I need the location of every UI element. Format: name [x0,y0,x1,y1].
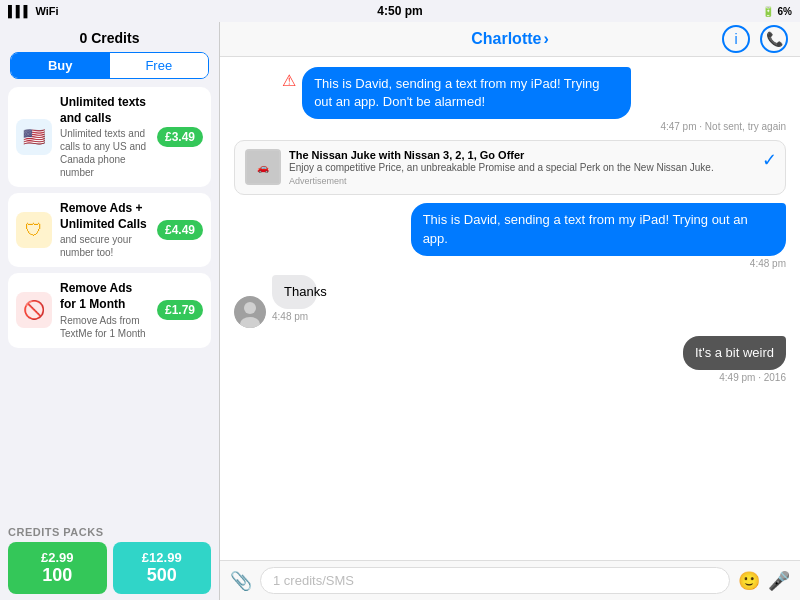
product-info-remove-ads-month: Remove Ads for 1 Month Remove Ads from T… [60,281,149,339]
pack-credits-299: 100 [14,565,101,586]
product-item-remove-ads-month[interactable]: 🚫 Remove Ads for 1 Month Remove Ads from… [8,273,211,347]
product-price-remove-ads-month: £1.79 [157,300,203,320]
product-title-remove-ads-month: Remove Ads for 1 Month [60,281,149,312]
bubble-incoming-thanks: Thanks [272,275,317,309]
product-icon-shield: 🛡 [16,212,52,248]
tab-buy[interactable]: Buy [11,53,110,78]
status-left: ▌▌▌ WiFi [8,5,59,17]
bubble-outgoing-dark: It's a bit weird [683,336,786,370]
header-icons: i 📞 [722,25,788,53]
ad-thumbnail: 🚗 [245,149,281,185]
ad-title: The Nissan Juke with Nissan 3, 2, 1, Go … [289,149,775,161]
main-layout: 0 Credits Buy Free 🇺🇸 Unlimited texts an… [0,22,800,600]
incoming-thanks-row: Thanks 4:48 pm [234,275,786,328]
outgoing-message-2: This is David, sending a text from my iP… [234,203,786,268]
mic-icon[interactable]: 🎤 [768,570,790,592]
ad-card-nissan[interactable]: 🚗 The Nissan Juke with Nissan 3, 2, 1, G… [234,140,786,195]
credits-header: 0 Credits [0,22,219,52]
credits-packs-label: CREDITS PACKS [0,522,219,542]
message-text-2: This is David, sending a text from my iP… [423,212,748,245]
product-desc-remove-ads-calls: and secure your number too! [60,233,149,259]
status-bar: ▌▌▌ WiFi 4:50 pm 🔋 6% [0,0,800,22]
product-icon-no: 🚫 [16,292,52,328]
product-desc-remove-ads-month: Remove Ads from TextMe for 1 Month [60,314,149,340]
message-text-4: It's a bit weird [695,345,774,360]
ad-action: ✓ [762,149,777,171]
product-icon-flag: 🇺🇸 [16,119,52,155]
chat-contact-name: Charlotte [471,30,541,48]
message-text-1: This is David, sending a text from my iP… [314,76,599,109]
ad-check-icon: ✓ [762,150,777,170]
pack-price-299: £2.99 [14,550,101,565]
contact-avatar [234,296,266,328]
attach-icon[interactable]: 📎 [230,570,252,592]
pack-item-299[interactable]: £2.99 100 [8,542,107,594]
product-desc-unlimited-texts: Unlimited texts and calls to any US and … [60,127,149,179]
product-item-remove-ads-calls[interactable]: 🛡 Remove Ads + Unlimited Calls and secur… [8,193,211,267]
ad-label: Advertisement [289,176,775,186]
svg-text:🚗: 🚗 [257,162,270,175]
messages-area[interactable]: ⚠ This is David, sending a text from my … [220,57,800,560]
phone-icon: 📞 [766,31,783,47]
incoming-thanks-wrapper: Thanks 4:48 pm [272,275,339,322]
info-icon: i [734,31,737,47]
error-icon: ⚠ [282,71,296,90]
info-icon-circle[interactable]: i [722,25,750,53]
packs-grid: £2.99 100 £12.99 500 [0,542,219,600]
product-price-remove-ads-calls: £4.49 [157,220,203,240]
product-info-unlimited-texts: Unlimited texts and calls Unlimited text… [60,95,149,179]
pack-item-1299[interactable]: £12.99 500 [113,542,212,594]
pack-price-1299: £12.99 [119,550,206,565]
svg-point-3 [244,302,256,314]
product-title-remove-ads-calls: Remove Ads + Unlimited Calls [60,201,149,232]
ad-content: The Nissan Juke with Nissan 3, 2, 1, Go … [289,149,775,186]
product-price-unlimited-texts: £3.49 [157,127,203,147]
chat-chevron: › [543,30,548,48]
battery-percent: 6% [778,6,792,17]
call-icon-circle[interactable]: 📞 [760,25,788,53]
tab-free[interactable]: Free [110,53,209,78]
battery-icon: 🔋 [762,6,774,17]
message-text-3: Thanks [284,284,327,299]
emoji-icon[interactable]: 🙂 [738,570,760,592]
message-input-field[interactable]: 1 credits/SMS [260,567,730,594]
product-title-unlimited-texts: Unlimited texts and calls [60,95,149,126]
bubble-outgoing-error: This is David, sending a text from my iP… [302,67,631,119]
right-panel: Charlotte › i 📞 ⚠ This is David, sending… [220,22,800,600]
msg-time-1: 4:47 pm · Not sent, try again [302,121,786,132]
pack-credits-1299: 500 [119,565,206,586]
product-list: 🇺🇸 Unlimited texts and calls Unlimited t… [0,87,219,522]
error-message-row: ⚠ This is David, sending a text from my … [234,67,786,132]
status-right: 🔋 6% [762,6,792,17]
signal-icon: ▌▌▌ [8,5,31,17]
status-time: 4:50 pm [377,4,422,18]
msg-time-3: 4:48 pm [272,311,308,322]
product-info-remove-ads-calls: Remove Ads + Unlimited Calls and secure … [60,201,149,259]
bubble-outgoing-blue: This is David, sending a text from my iP… [411,203,786,255]
msg-time-4: 4:49 pm · 2016 [719,372,786,383]
error-message-wrapper: This is David, sending a text from my iP… [302,67,786,132]
msg-time-2: 4:48 pm [750,258,786,269]
left-panel: 0 Credits Buy Free 🇺🇸 Unlimited texts an… [0,22,220,600]
input-bar: 📎 1 credits/SMS 🙂 🎤 [220,560,800,600]
tab-buttons: Buy Free [10,52,209,79]
outgoing-message-weird: It's a bit weird 4:49 pm · 2016 [234,336,786,383]
message-input-placeholder: 1 credits/SMS [273,573,354,588]
ad-body: Enjoy a competitive Price, an unbreakabl… [289,161,775,174]
chat-title: Charlotte › [471,30,549,48]
chat-header: Charlotte › i 📞 [220,22,800,57]
wifi-icon: WiFi [35,5,58,17]
product-item-unlimited-texts[interactable]: 🇺🇸 Unlimited texts and calls Unlimited t… [8,87,211,187]
